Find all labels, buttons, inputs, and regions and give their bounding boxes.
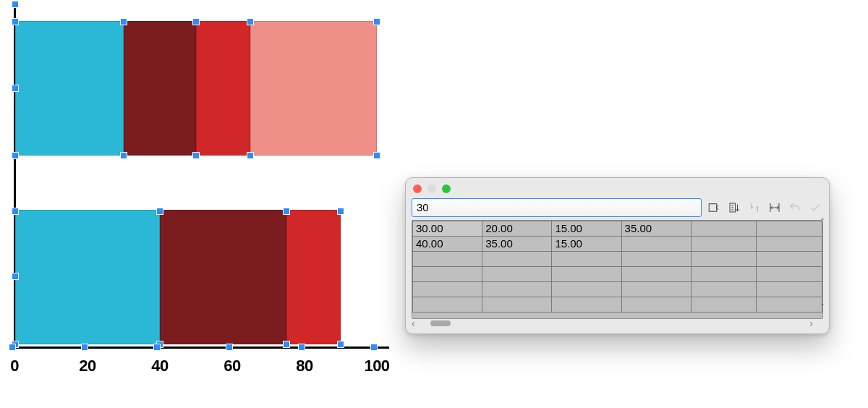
segment-s2[interactable] xyxy=(124,21,196,156)
cell[interactable]: 20.00 xyxy=(482,221,552,237)
window-titlebar[interactable] xyxy=(406,178,829,197)
chart-canvas[interactable]: 0 20 40 60 80 100 xyxy=(10,4,393,380)
table-row: 30.00 20.00 15.00 35.00 xyxy=(413,221,822,237)
table-row xyxy=(413,297,822,313)
scroll-down-icon[interactable]: ˅ xyxy=(820,303,825,313)
vertical-scrollbar[interactable]: ˄ ˅ xyxy=(817,217,827,313)
x-tick-5: 100 xyxy=(364,358,389,374)
svg-rect-0 xyxy=(709,204,717,212)
cell[interactable]: 15.00 xyxy=(552,221,621,237)
data-grid[interactable]: 30.00 20.00 15.00 35.00 40.00 35.00 15.0… xyxy=(412,220,823,319)
cell[interactable] xyxy=(757,221,822,237)
undo-icon[interactable] xyxy=(787,200,803,215)
cell[interactable]: 40.00 xyxy=(413,237,482,252)
data-toolbar: 30 xyxy=(406,197,829,220)
cell[interactable] xyxy=(691,221,757,237)
zoom-icon[interactable] xyxy=(442,184,451,193)
x-tick-2: 40 xyxy=(151,358,168,374)
sort-rows-icon[interactable] xyxy=(726,200,742,215)
scroll-thumb[interactable] xyxy=(430,320,451,326)
segment-s3[interactable] xyxy=(286,210,341,344)
confirm-icon[interactable] xyxy=(807,200,823,215)
close-icon[interactable] xyxy=(413,184,422,193)
segment-s1[interactable] xyxy=(15,210,160,344)
x-tick-4: 80 xyxy=(296,358,312,374)
scroll-left-icon[interactable]: ‹ xyxy=(412,318,415,329)
cell[interactable]: 30.00 xyxy=(413,221,482,237)
resize-columns-icon[interactable] xyxy=(767,200,783,215)
cell[interactable] xyxy=(621,237,691,252)
cell[interactable]: 35.00 xyxy=(621,221,691,237)
segment-s3[interactable] xyxy=(196,21,250,156)
table-row: 40.00 35.00 15.00 xyxy=(413,237,822,252)
x-tick-1: 20 xyxy=(79,358,95,374)
data-editor-window[interactable]: 30 30.00 20.00 15.00 35.00 40.00 xyxy=(405,177,830,334)
segment-s2[interactable] xyxy=(160,210,286,344)
cell[interactable] xyxy=(691,237,757,252)
table-row xyxy=(413,267,822,282)
minimize-icon xyxy=(427,184,436,193)
table-row xyxy=(413,252,822,267)
scroll-right-icon[interactable]: › xyxy=(809,318,813,329)
cell-editor-input[interactable]: 30 xyxy=(412,198,702,217)
import-icon[interactable] xyxy=(706,200,722,215)
swap-xy-icon[interactable] xyxy=(746,200,762,215)
table-row xyxy=(413,282,822,297)
cell[interactable]: 15.00 xyxy=(552,237,621,252)
cell[interactable] xyxy=(757,237,822,252)
cell[interactable]: 35.00 xyxy=(482,237,552,252)
scroll-up-icon[interactable]: ˄ xyxy=(820,217,825,227)
segment-s1[interactable] xyxy=(15,21,124,156)
x-tick-3: 60 xyxy=(224,358,240,374)
segment-s4[interactable] xyxy=(250,21,377,156)
horizontal-scrollbar[interactable]: ‹ › xyxy=(412,318,813,329)
x-tick-0: 0 xyxy=(10,358,19,374)
x-axis xyxy=(10,347,389,349)
